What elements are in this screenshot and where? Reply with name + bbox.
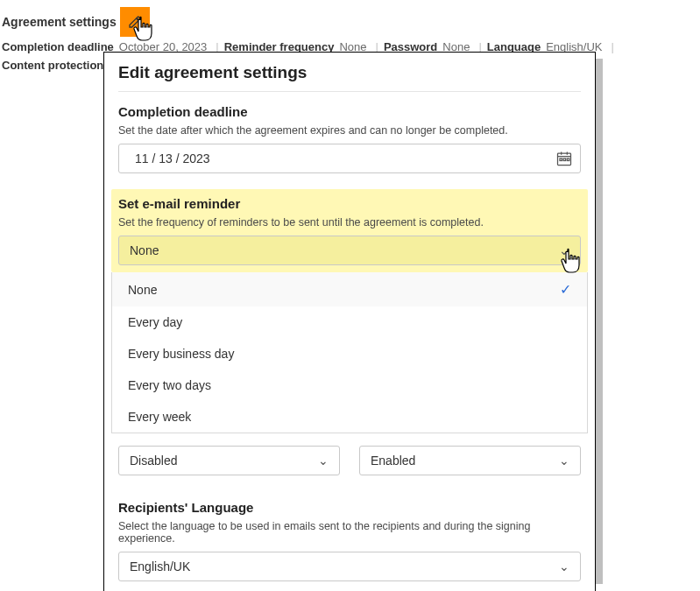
check-icon: ✓ (560, 281, 571, 298)
chevron-down-icon: ⌄ (559, 243, 569, 257)
language-title: Recipients' Language (118, 500, 581, 515)
deadline-date-input[interactable] (118, 144, 581, 173)
chevron-down-icon: ⌄ (559, 559, 569, 573)
deadline-date-field[interactable] (126, 151, 555, 165)
deadline-desc: Set the date after which the agreement e… (118, 124, 581, 137)
reminder-option[interactable]: Every business day (112, 338, 587, 369)
internal-protection-select[interactable]: Disabled ⌄ (118, 446, 340, 475)
reminder-selected-value: None (130, 243, 159, 257)
reminder-dropdown-list: None ✓ Every day Every business day Ever… (111, 272, 588, 433)
language-desc: Select the language to be used in emails… (118, 520, 581, 545)
reminder-option[interactable]: Every two days (112, 369, 587, 401)
calendar-icon[interactable] (555, 150, 573, 167)
modal-title: Edit agreement settings (118, 63, 581, 82)
svg-rect-1 (560, 158, 562, 161)
summary-protection-label: Content protection (2, 59, 103, 72)
reminder-option[interactable]: None ✓ (112, 272, 587, 306)
reminder-option[interactable]: Every week (112, 401, 587, 433)
edit-settings-modal: Edit agreement settings Completion deadl… (103, 52, 596, 591)
edit-settings-button[interactable] (120, 7, 150, 37)
reminder-option[interactable]: Every day (112, 306, 587, 338)
reminder-option-label: None (128, 283, 157, 297)
reminder-option-label: Every two days (128, 378, 211, 392)
reminder-option-label: Every business day (128, 347, 234, 361)
language-selected-value: English/UK (130, 559, 190, 573)
page-title: Agreement settings (2, 15, 117, 29)
reminder-desc: Set the frequency of reminders to be sen… (118, 216, 581, 229)
svg-rect-3 (567, 158, 569, 161)
summary-deadline-label: Completion deadline (2, 40, 114, 53)
external-protection-value: Enabled (371, 454, 415, 468)
chevron-down-icon: ⌄ (318, 454, 329, 468)
external-protection-select[interactable]: Enabled ⌄ (359, 446, 581, 475)
deadline-title: Completion deadline (118, 104, 581, 119)
reminder-title: Set e-mail reminder (118, 196, 581, 211)
internal-protection-value: Disabled (130, 454, 177, 468)
chevron-down-icon: ⌄ (559, 454, 569, 468)
language-select[interactable]: English/UK ⌄ (118, 552, 581, 581)
reminder-frequency-select[interactable]: None ⌄ (118, 236, 581, 265)
svg-rect-2 (563, 158, 566, 161)
reminder-option-label: Every week (128, 410, 191, 424)
reminder-option-label: Every day (128, 315, 182, 329)
